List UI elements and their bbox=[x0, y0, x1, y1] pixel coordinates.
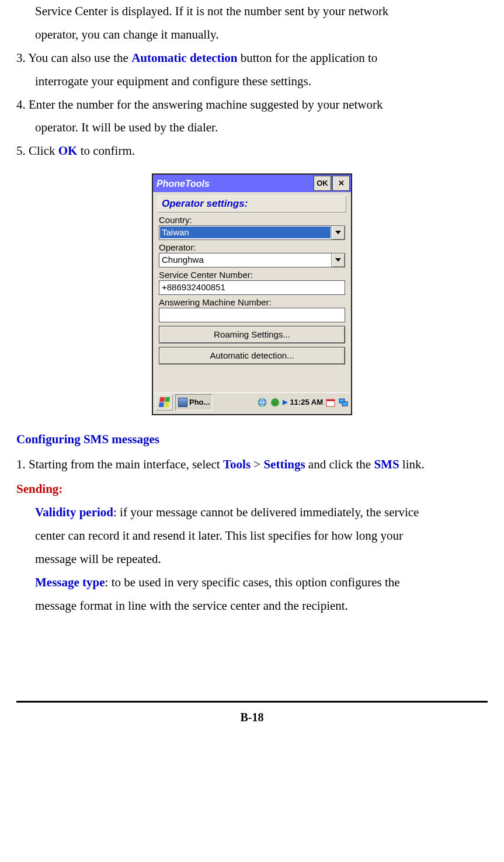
list-item-2-cont-l1: Service Center is displayed. If it is no… bbox=[16, 0, 488, 23]
screenshot-figure: PhoneTools OK Operator settings: Country… bbox=[16, 173, 488, 415]
list-item-5: 5. Click OK to confirm. bbox=[16, 140, 488, 163]
msgtype-l1: : to be used in very specific cases, thi… bbox=[105, 575, 400, 589]
phonetools-window: PhoneTools OK Operator settings: Country… bbox=[152, 173, 352, 415]
item3-prefix: 3. You can also use the bbox=[16, 51, 131, 65]
roaming-settings-button[interactable]: Roaming Settings... bbox=[159, 326, 345, 343]
globe-icon[interactable] bbox=[270, 397, 280, 408]
list-item-3-l2: interrogate your equipment and configure… bbox=[16, 70, 488, 93]
validity-l1: : if your message cannot be delivered im… bbox=[113, 505, 419, 519]
answering-machine-label: Answering Machine Number: bbox=[159, 297, 345, 308]
list-item-3-l1: 3. You can also use the Automatic detect… bbox=[16, 47, 488, 70]
settings-term: Settings bbox=[263, 457, 305, 471]
taskbar-app-label: Pho... bbox=[189, 398, 210, 407]
ok-button[interactable]: OK bbox=[314, 176, 331, 191]
app-icon bbox=[178, 398, 187, 407]
service-center-input[interactable]: +886932400851 bbox=[159, 280, 345, 295]
automatic-detection-button[interactable]: Automatic detection... bbox=[159, 347, 345, 364]
close-button[interactable] bbox=[332, 176, 350, 191]
tools-term: Tools bbox=[223, 457, 251, 471]
windows-icon bbox=[158, 397, 169, 407]
clock[interactable]: 11:25 AM bbox=[290, 398, 323, 407]
item5-suffix: to confirm. bbox=[77, 144, 135, 158]
sms-link-term: SMS bbox=[374, 457, 399, 471]
desktop-icon[interactable] bbox=[338, 397, 349, 408]
list-item-4-l2: operator. It will be used by the dialer. bbox=[16, 116, 488, 140]
country-label: Country: bbox=[159, 215, 345, 225]
service-center-label: Service Center Number: bbox=[159, 270, 345, 280]
answering-machine-input[interactable] bbox=[159, 308, 345, 322]
validity-period-block: Validity period: if your message cannot … bbox=[16, 501, 488, 571]
message-type-block: Message type: to be used in very specifi… bbox=[16, 571, 488, 618]
calendar-icon[interactable] bbox=[325, 397, 336, 408]
list-item-4-l1: 4. Enter the number for the answering ma… bbox=[16, 93, 488, 117]
gt-sep: > bbox=[251, 457, 263, 471]
operator-combobox[interactable]: Chunghwa bbox=[159, 253, 345, 267]
sms-step1-prefix: 1. Starting from the main interface, sel… bbox=[16, 457, 223, 471]
svg-rect-5 bbox=[326, 399, 335, 401]
list-item-2-cont-l2: operator, you can change it manually. bbox=[16, 23, 488, 47]
msgtype-l2: message format in line with the service … bbox=[35, 595, 488, 618]
ok-term: OK bbox=[58, 144, 78, 158]
sending-heading: Sending: bbox=[16, 478, 488, 501]
chevron-down-icon[interactable] bbox=[331, 226, 345, 239]
svg-rect-7 bbox=[342, 402, 347, 406]
svg-marker-1 bbox=[335, 258, 341, 262]
country-combobox[interactable]: Taiwan bbox=[159, 225, 345, 240]
validity-period-term: Validity period bbox=[35, 505, 113, 519]
taskbar: Pho... ▶ 11:25 AM bbox=[154, 392, 350, 412]
validity-l2: center can record it and resend it later… bbox=[35, 524, 488, 548]
form: Country: Taiwan Operator: Chunghwa bbox=[159, 215, 345, 322]
titlebar: PhoneTools OK bbox=[153, 175, 351, 192]
page-number: B-18 bbox=[16, 706, 488, 728]
validity-l3: message will be repeated. bbox=[35, 548, 488, 571]
item3-mid: button for the application to bbox=[238, 51, 378, 65]
network-icon[interactable] bbox=[257, 397, 267, 408]
system-tray: ▶ 11:25 AM bbox=[215, 397, 349, 408]
message-type-term: Message type bbox=[35, 575, 105, 589]
automatic-detection-term: Automatic detection bbox=[131, 51, 237, 65]
configuring-sms-heading: Configuring SMS messages bbox=[16, 428, 488, 451]
taskbar-app[interactable]: Pho... bbox=[175, 394, 213, 411]
footer-rule bbox=[16, 701, 488, 703]
operator-label: Operator: bbox=[159, 242, 345, 253]
section-header-text: Operator settings: bbox=[162, 198, 248, 209]
sms-step1-suffix: link. bbox=[399, 457, 425, 471]
tray-arrow-icon[interactable]: ▶ bbox=[283, 398, 287, 406]
start-button[interactable] bbox=[155, 394, 173, 411]
section-header: Operator settings: bbox=[158, 196, 346, 212]
window-title: PhoneTools bbox=[157, 178, 312, 189]
item5-prefix: 5. Click bbox=[16, 144, 58, 158]
sms-step-1: 1. Starting from the main interface, sel… bbox=[16, 453, 488, 477]
svg-point-3 bbox=[271, 398, 279, 406]
sms-step1-mid: and click the bbox=[305, 457, 374, 471]
country-value: Taiwan bbox=[160, 227, 331, 238]
chevron-down-icon[interactable] bbox=[331, 253, 345, 267]
operator-value: Chunghwa bbox=[159, 255, 331, 265]
svg-marker-0 bbox=[335, 231, 341, 234]
